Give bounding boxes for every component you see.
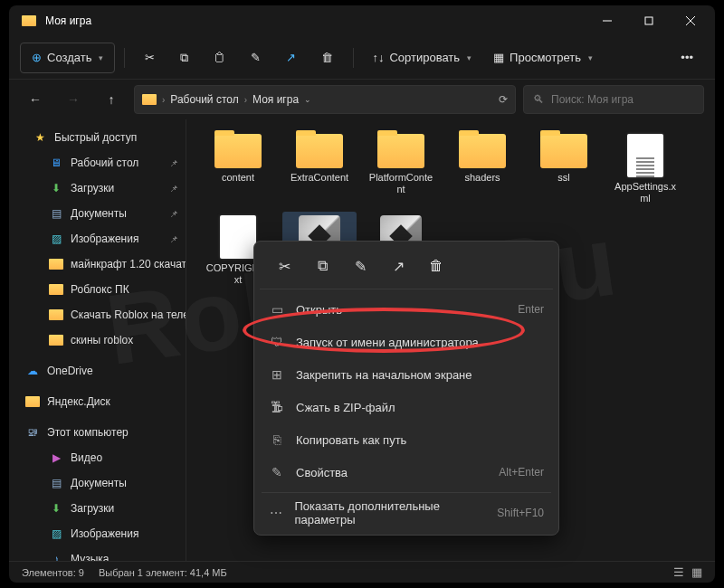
context-run-as-admin[interactable]: 🛡︎Запуск от имени администратора [260, 326, 553, 358]
close-button[interactable] [670, 6, 711, 35]
chevron-down-icon: ▾ [467, 53, 472, 62]
download-icon: ⬇ [49, 502, 63, 515]
scissors-icon: ✂ [279, 258, 291, 275]
more-icon: ⋯ [269, 506, 284, 520]
pin-icon: ⊞ [269, 367, 285, 382]
properties-icon: ✎ [269, 465, 285, 479]
copy-icon: ⧉ [318, 258, 328, 274]
xml-file-icon [627, 134, 663, 177]
folder-item[interactable]: content [201, 130, 275, 208]
cut-button[interactable]: ✂ [134, 43, 166, 73]
trash-icon: 🗑︎ [429, 258, 443, 274]
context-show-more[interactable]: ⋯Показать дополнительные параметрыShift+… [260, 497, 553, 529]
shield-icon: 🛡︎ [269, 335, 285, 349]
folder-icon [142, 94, 157, 105]
sidebar-music[interactable]: ♪Музыка [9, 546, 186, 561]
desktop-icon: 🖥︎ [49, 156, 63, 169]
sidebar-onedrive[interactable]: ☁OneDrive [9, 358, 186, 384]
share-button[interactable]: ↗ [381, 252, 415, 280]
maximize-button[interactable] [628, 6, 670, 35]
sidebar-videos[interactable]: ▶Видео [9, 445, 186, 470]
window-title: Моя игра [45, 14, 586, 27]
sidebar-yandex-disk[interactable]: Яндекс.Диск [9, 389, 186, 414]
folder-icon [49, 259, 63, 270]
sidebar-pictures[interactable]: ▨Изображения [9, 521, 186, 546]
trash-icon: 🗑︎ [321, 51, 333, 64]
folder-icon [459, 134, 506, 168]
paste-button[interactable]: 📋︎ [203, 43, 236, 73]
breadcrumb[interactable]: › Рабочий стол › Моя игра ⌄ ⟳ [134, 85, 516, 114]
icons-view-button[interactable]: ▦ [691, 565, 702, 579]
star-icon: ★ [33, 131, 47, 144]
rename-button[interactable]: ✎ [343, 252, 377, 280]
svg-rect-1 [645, 17, 653, 24]
folder-icon [49, 284, 63, 295]
new-button[interactable]: ⊕ Создать ▾ [20, 43, 115, 73]
context-pin-start[interactable]: ⊞Закрепить на начальном экране [260, 358, 553, 391]
title-folder-icon [22, 15, 36, 26]
cut-button[interactable]: ✂ [267, 252, 301, 280]
up-button[interactable]: ↑ [96, 84, 127, 115]
share-button[interactable]: ↗ [275, 43, 307, 73]
sidebar-item[interactable]: Скачать Roblox на теле [9, 302, 186, 327]
sidebar-quick-access[interactable]: ★Быстрый доступ [9, 125, 186, 150]
separator [353, 48, 354, 68]
image-icon: ▨ [49, 232, 63, 245]
sidebar-downloads[interactable]: ⬇Загрузки📌︎ [9, 175, 186, 201]
view-button[interactable]: ▦Просмотреть▾ [484, 43, 602, 73]
file-item[interactable]: AppSettings.xml [608, 130, 682, 208]
document-icon: ▤ [49, 207, 63, 220]
sidebar-this-pc[interactable]: 🖳Этот компьютер [9, 420, 186, 445]
sidebar-documents[interactable]: ▤Документы📌︎ [9, 201, 186, 226]
sidebar-pictures[interactable]: ▨Изображения📌︎ [9, 226, 186, 251]
sidebar-item[interactable]: майнкрафт 1.20 скачат [9, 251, 186, 277]
rename-button[interactable]: ✎ [240, 43, 272, 73]
statusbar: Элементов: 9 Выбран 1 элемент: 41,4 МБ ☰… [9, 561, 715, 583]
music-icon: ♪ [49, 553, 63, 561]
sidebar-desktop[interactable]: 🖥︎Рабочий стол📌︎ [9, 150, 186, 175]
folder-item[interactable]: shaders [445, 130, 519, 208]
selection-info: Выбран 1 элемент: 41,4 МБ [99, 567, 227, 578]
pin-icon: 📌︎ [169, 234, 178, 244]
details-view-button[interactable]: ☰ [673, 565, 684, 579]
scissors-icon: ✂ [145, 51, 155, 64]
chevron-down-icon[interactable]: ⌄ [304, 95, 311, 104]
sort-button[interactable]: ↑↓Сортировать▾ [363, 43, 481, 73]
sidebar-item[interactable]: скины roblox [9, 327, 186, 353]
chevron-down-icon: ▾ [99, 53, 103, 62]
delete-button[interactable]: 🗑︎ [419, 252, 453, 280]
pin-icon: 📌︎ [169, 158, 178, 168]
video-icon: ▶ [49, 451, 63, 464]
context-quick-actions: ✂ ⧉ ✎ ↗ 🗑︎ [260, 247, 553, 289]
more-button[interactable]: ••• [670, 43, 704, 73]
context-compress-zip[interactable]: 🗜︎Сжать в ZIP-файл [260, 391, 553, 423]
refresh-button[interactable]: ⟳ [499, 93, 508, 106]
sidebar-documents[interactable]: ▤Документы [9, 470, 186, 496]
view-mode-buttons: ☰ ▦ [673, 565, 702, 579]
back-button[interactable]: ← [20, 84, 51, 115]
open-icon: ▭ [269, 302, 285, 317]
folder-icon [296, 134, 343, 168]
copy-button[interactable]: ⧉ [305, 252, 339, 280]
breadcrumb-segment[interactable]: Рабочий стол [170, 93, 238, 106]
titlebar: Моя игра [9, 5, 715, 36]
copy-button[interactable]: ⧉ [169, 43, 199, 73]
folder-item[interactable]: PlatformContent [364, 130, 438, 208]
ellipsis-icon: ••• [681, 51, 693, 64]
delete-button[interactable]: 🗑︎ [310, 43, 344, 73]
rename-icon: ✎ [251, 51, 261, 64]
sidebar-downloads[interactable]: ⬇Загрузки [9, 496, 186, 521]
forward-button[interactable]: → [58, 84, 89, 115]
search-input[interactable]: 🔍︎ Поиск: Моя игра [523, 85, 704, 114]
plus-icon: ⊕ [32, 51, 42, 64]
pin-icon: 📌︎ [169, 184, 178, 194]
minimize-button[interactable] [586, 6, 628, 35]
copy-icon: ⧉ [180, 51, 188, 65]
folder-item[interactable]: ssl [527, 130, 601, 208]
context-properties[interactable]: ✎СвойстваAlt+Enter [260, 456, 553, 488]
context-copy-path[interactable]: ⎘Копировать как путь [260, 423, 553, 456]
folder-item[interactable]: ExtraContent [282, 130, 357, 208]
sidebar-item[interactable]: Роблокс ПК [9, 277, 186, 302]
breadcrumb-segment[interactable]: Моя игра [252, 93, 299, 106]
context-open[interactable]: ▭ОткрытьEnter [260, 293, 553, 326]
